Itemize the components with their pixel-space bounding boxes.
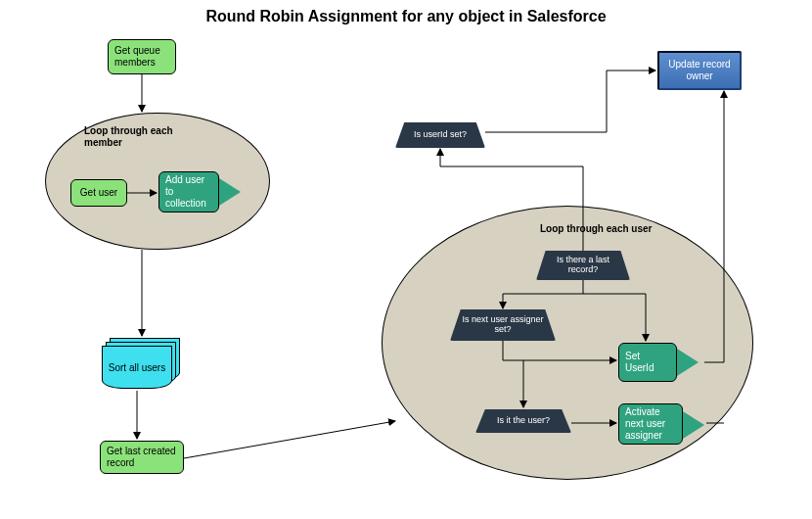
node-set-userid: Set UserId [618,343,677,382]
loop-user-label: Loop through each user [540,223,697,235]
node-update-record-owner: Update record owner [657,51,742,90]
node-is-there-last-record: Is there a last record? [536,251,630,280]
node-is-next-user-assigner-set: Is next user assigner set? [450,309,556,341]
node-get-queue-members: Get queue members [108,39,176,74]
arrow-activate [683,411,704,439]
node-sort-all-users: Sort all users [102,338,180,389]
doc-front: Sort all users [102,346,172,389]
loop-member-label: Loop through each member [84,125,211,149]
node-is-userid-set: Is userId set? [395,122,485,148]
node-activate-next-user-assigner: Activate next user assigner [618,403,683,445]
node-get-user: Get user [70,179,127,207]
page-title: Round Robin Assignment for any object in… [0,8,812,25]
node-add-user-to-collection: Add user to collection [158,171,219,212]
node-get-last-created-record: Get last created record [100,441,184,474]
arrow-set-userid [677,349,699,376]
arrow-add-user [219,178,241,206]
ellipse-loop-user [382,206,753,480]
node-is-it-the-user: Is it the user? [475,409,571,433]
svg-line-4 [184,421,395,458]
